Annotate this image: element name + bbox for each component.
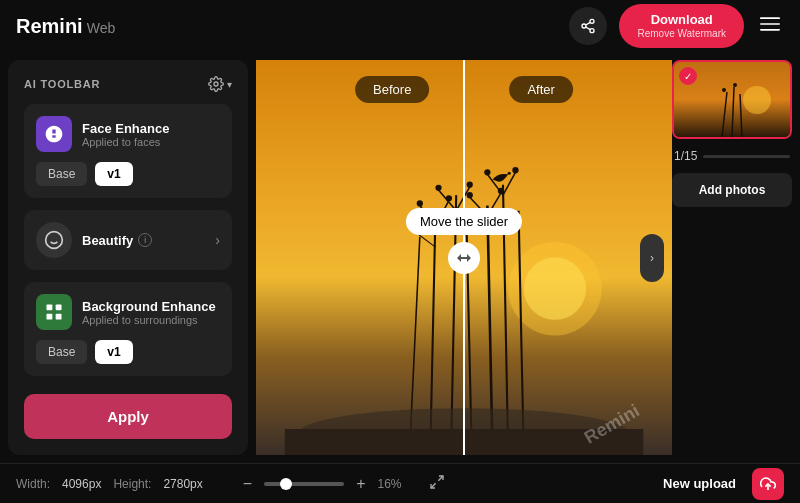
face-enhance-v1-button[interactable]: v1 [95, 162, 132, 186]
svg-point-46 [743, 86, 771, 114]
right-panel: ✓ 1/15 Add photos [672, 60, 792, 455]
height-value: 2780px [163, 477, 202, 491]
download-sublabel: Remove Watermark [637, 28, 726, 40]
logo-suffix: Web [87, 20, 116, 36]
svg-line-4 [586, 22, 591, 25]
svg-point-42 [508, 172, 511, 175]
face-enhance-info: Face Enhance Applied to faces [82, 121, 220, 148]
slider-tooltip: Move the slider [406, 208, 522, 235]
svg-rect-13 [56, 305, 62, 311]
bg-enhance-v1-button[interactable]: v1 [95, 340, 132, 364]
svg-point-41 [512, 167, 518, 173]
image-comparison-area: Before After [256, 60, 672, 455]
svg-point-50 [722, 88, 726, 92]
ai-toolbar-sidebar: AI TOOLBAR ▾ Face Enhance Applied [8, 60, 248, 455]
svg-line-52 [439, 476, 444, 481]
nav-right: Download Remove Watermark [569, 4, 784, 48]
svg-point-35 [446, 195, 452, 201]
download-button[interactable]: Download Remove Watermark [619, 4, 744, 48]
page-counter: 1/15 [674, 149, 697, 163]
expand-panel-button[interactable]: › [640, 234, 664, 282]
face-enhance-tool: Face Enhance Applied to faces Base v1 [24, 104, 232, 198]
zoom-slider[interactable] [264, 482, 344, 486]
svg-rect-6 [760, 23, 780, 25]
new-upload-label: New upload [663, 476, 736, 491]
beautify-info-icon: i [138, 233, 152, 247]
face-enhance-icon [36, 116, 72, 152]
height-label: Height: [113, 477, 151, 491]
svg-rect-5 [760, 17, 780, 19]
svg-rect-15 [56, 314, 62, 320]
svg-rect-14 [47, 314, 53, 320]
face-enhance-name: Face Enhance [82, 121, 220, 136]
bottom-bar: Width: 4096px Height: 2780px − + 16% New… [0, 463, 800, 503]
bg-enhance-name: Background Enhance [82, 299, 220, 314]
logo-name: Remini [16, 15, 83, 38]
beautify-tool[interactable]: Beautify i › [24, 210, 232, 270]
beautify-chevron-icon: › [215, 232, 220, 248]
fit-screen-button[interactable] [425, 470, 449, 498]
before-label: Before [355, 76, 429, 103]
svg-point-0 [590, 19, 594, 23]
page-progress [703, 155, 790, 158]
bg-enhance-icon [36, 294, 72, 330]
face-enhance-desc: Applied to faces [82, 136, 220, 148]
before-after-labels: Before After [355, 76, 573, 103]
svg-point-39 [498, 188, 504, 194]
svg-point-37 [467, 182, 473, 188]
zoom-controls: − + 16% [239, 475, 410, 493]
bg-enhance-buttons: Base v1 [36, 340, 220, 364]
settings-button[interactable]: ▾ [208, 76, 232, 92]
tool-header-bg: Background Enhance Applied to surroundin… [36, 294, 220, 330]
svg-line-3 [586, 27, 591, 30]
svg-point-40 [484, 169, 490, 175]
svg-point-8 [214, 82, 218, 86]
apply-button[interactable]: Apply [24, 394, 232, 439]
download-label: Download [651, 12, 713, 28]
main-content: AI TOOLBAR ▾ Face Enhance Applied [0, 52, 800, 463]
bg-enhance-base-button[interactable]: Base [36, 340, 87, 364]
svg-line-53 [431, 483, 436, 488]
menu-button[interactable] [756, 10, 784, 43]
svg-point-36 [435, 185, 441, 191]
beautify-icon [36, 222, 72, 258]
thumbnail-image: ✓ [674, 62, 790, 137]
zoom-in-button[interactable]: + [352, 475, 369, 493]
chevron-down-icon: ▾ [227, 79, 232, 90]
face-enhance-buttons: Base v1 [36, 162, 220, 186]
upload-button[interactable] [752, 468, 784, 500]
logo: Remini Web [16, 15, 115, 38]
svg-point-9 [46, 232, 63, 249]
image-canvas: Move the slider Remini [256, 60, 672, 455]
face-enhance-base-button[interactable]: Base [36, 162, 87, 186]
after-label: After [509, 76, 572, 103]
bg-enhance-desc: Applied to surroundings [82, 314, 220, 326]
svg-point-51 [733, 83, 737, 87]
svg-point-1 [582, 24, 586, 28]
zoom-out-button[interactable]: − [239, 475, 256, 493]
add-photos-button[interactable]: Add photos [672, 173, 792, 207]
ai-toolbar-header: AI TOOLBAR ▾ [24, 76, 232, 92]
width-value: 4096px [62, 477, 101, 491]
zoom-percent: 16% [377, 477, 409, 491]
thumbnail-check-icon: ✓ [679, 67, 697, 85]
width-label: Width: [16, 477, 50, 491]
ai-toolbar-label: AI TOOLBAR [24, 78, 100, 90]
beautify-name: Beautify i [82, 233, 152, 248]
top-navigation: Remini Web Download Remove Watermark [0, 0, 800, 52]
share-button[interactable] [569, 7, 607, 45]
svg-point-34 [417, 200, 423, 206]
pagination: 1/15 [672, 149, 792, 163]
svg-rect-12 [47, 305, 53, 311]
comparison-handle[interactable] [448, 242, 480, 274]
beautify-left: Beautify i [36, 222, 152, 258]
tool-header-face: Face Enhance Applied to faces [36, 116, 220, 152]
dimensions-info: Width: 4096px Height: 2780px [16, 477, 203, 491]
bg-enhance-tool: Background Enhance Applied to surroundin… [24, 282, 232, 376]
bg-enhance-info: Background Enhance Applied to surroundin… [82, 299, 220, 326]
svg-point-17 [524, 258, 586, 320]
svg-point-38 [467, 192, 473, 198]
zoom-thumb[interactable] [280, 478, 292, 490]
svg-rect-7 [760, 29, 780, 31]
svg-point-2 [590, 29, 594, 33]
